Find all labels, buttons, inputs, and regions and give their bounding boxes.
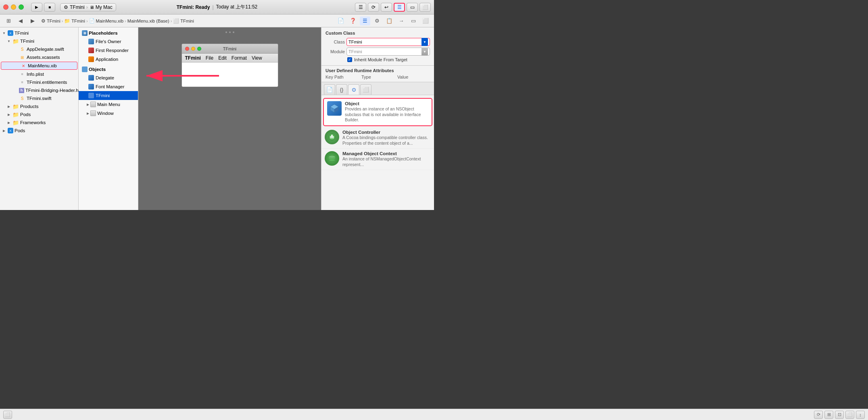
lib-item-object[interactable]: Object Provides an instance of an NSObje… xyxy=(323,98,432,126)
titlebar-right-buttons: ☰ ⟳ ↩ ☰ ▭ ⬜ xyxy=(355,3,431,12)
dot-3 xyxy=(233,31,234,33)
disclosure-pods1: ▶ xyxy=(6,112,11,117)
new-file-button[interactable]: 📄 xyxy=(336,17,346,25)
tab-file-template[interactable]: 📄 xyxy=(324,84,335,95)
structure-button[interactable]: ☰ xyxy=(394,3,405,12)
tree-item-mainmenu[interactable]: ✕ MainMenu.xib xyxy=(1,62,77,70)
tree-item-pods1[interactable]: ▶ 📁 Pods xyxy=(0,110,78,119)
tree-label-tfminiswift: TFmini.swift xyxy=(27,96,51,101)
bc-item-3[interactable]: MainMenu.xib xyxy=(96,19,123,23)
back-forward-button[interactable]: ↩ xyxy=(381,3,392,12)
list-item-tfmini-obj[interactable]: TFmini xyxy=(79,91,138,100)
menu-format[interactable]: Format xyxy=(232,55,247,61)
mainmenu-obj-icon xyxy=(90,102,96,107)
bc-item-2[interactable]: TFmini xyxy=(71,19,85,23)
folder-icon: 📁 xyxy=(13,38,19,44)
help-button[interactable]: ❓ xyxy=(348,17,358,25)
udra-section: User Defined Runtime Attributes Key Path… xyxy=(321,66,434,82)
lib-item-object-controller[interactable]: Object Controller A Cocoa bindings-compa… xyxy=(321,127,434,149)
filesowner-icon xyxy=(88,39,94,44)
tree-item-pods2[interactable]: ▶ X Pods xyxy=(0,127,78,135)
right-panel: Custom Class Class TFmini ▼ Module TFmin… xyxy=(321,27,434,210)
udra-keypath-label: Key Path xyxy=(326,75,344,79)
tree-label-bridging: TFmini-Bridging-Header.h xyxy=(25,88,78,93)
bindings-inspector[interactable]: → xyxy=(396,17,407,25)
tree-item-bridging[interactable]: h TFmini-Bridging-Header.h xyxy=(0,86,78,94)
file-tree: ▼ X TFmini ▼ 📁 TFmini S AppDelegate.swif… xyxy=(0,27,78,210)
module-dropdown-arrow[interactable]: ▼ xyxy=(421,48,428,56)
canvas-max xyxy=(197,47,201,51)
scheme-selector[interactable]: ⚙ TFmini › 🖥 My Mac xyxy=(60,3,116,11)
grid-view-button[interactable]: ⊞ xyxy=(3,17,14,25)
minimize-button[interactable] xyxy=(11,4,16,10)
menu-edit[interactable]: Edit xyxy=(218,55,227,61)
bc-item-1[interactable]: TFmini xyxy=(47,19,61,23)
bc-item-5[interactable]: TFmini xyxy=(180,19,194,23)
section-placeholders[interactable]: ⊞ Placeholders xyxy=(79,29,138,37)
tree-item-assets[interactable]: ⊞ Assets.xcassets xyxy=(0,53,78,61)
tree-item-appdelegate[interactable]: S AppDelegate.swift xyxy=(0,45,78,53)
stop-button[interactable]: ■ xyxy=(44,3,55,12)
forward-button[interactable]: ▶ xyxy=(27,17,38,25)
maximize-button[interactable] xyxy=(19,4,24,10)
canvas-dots xyxy=(225,31,234,33)
version-button[interactable]: ⬜ xyxy=(419,3,431,12)
list-item-firstresponder[interactable]: First Responder xyxy=(79,46,138,55)
object-text: Object Provides an instance of an NSObje… xyxy=(345,101,428,123)
inherit-module-label: Inherit Module From Target xyxy=(354,57,407,62)
tree-label-tfmini: TFmini xyxy=(20,39,34,44)
tree-item-frameworks[interactable]: ▶ 📁 Frameworks xyxy=(0,119,78,127)
tree-label: TFmini xyxy=(15,31,29,35)
assistant-button[interactable]: ▭ xyxy=(407,3,418,12)
lib-item-managed-context[interactable]: Managed Object Context An instance of NS… xyxy=(321,149,434,170)
tree-item-infoplist[interactable]: ≡ Info.plist xyxy=(0,70,78,78)
bc-item-4[interactable]: MainMenu.xib (Base) xyxy=(127,19,169,23)
tab-media[interactable]: ⬜ xyxy=(360,84,371,95)
tree-item-root-tfmini[interactable]: ▼ X TFmini xyxy=(0,29,78,37)
udra-col-keypath: Key Path xyxy=(326,75,358,79)
scheme-sep: › xyxy=(86,4,88,10)
list-item-delegate[interactable]: Delegate xyxy=(79,73,138,82)
custom-class-section: Custom Class Class TFmini ▼ Module TFmin… xyxy=(321,27,434,66)
tree-label-assets: Assets.xcassets xyxy=(27,55,60,60)
module-value: TFmini xyxy=(348,49,362,54)
list-item-mainmenu-obj[interactable]: ▶ Main Menu xyxy=(79,100,138,109)
udra-type-label: Type xyxy=(361,75,371,79)
header-icon: h xyxy=(19,88,24,93)
placeholder-section-icon: ⊞ xyxy=(82,30,88,36)
tree-item-entitlements[interactable]: ≡ TFmini.entitlements xyxy=(0,78,78,86)
search-button[interactable]: ⟳ xyxy=(368,3,379,12)
section-objects[interactable]: Objects xyxy=(79,65,138,73)
bc-icon-5: ⬜ xyxy=(173,18,179,24)
size-inspector[interactable]: ⬜ xyxy=(420,17,431,25)
close-button[interactable] xyxy=(3,4,8,10)
list-item-application[interactable]: Application xyxy=(79,55,138,64)
list-item-filesowner[interactable]: File's Owner xyxy=(79,37,138,46)
managed-context-title: Managed Object Context xyxy=(342,151,431,156)
tab-snippet[interactable]: {} xyxy=(336,84,347,95)
view-effects-inspector[interactable]: ▭ xyxy=(408,17,419,25)
module-input[interactable]: TFmini ▼ xyxy=(346,48,430,56)
status-text: TFmini: Ready xyxy=(177,4,210,10)
tab-object[interactable]: ⊙ xyxy=(348,84,359,95)
scheme-icon: 🖥 xyxy=(90,5,94,10)
menu-tfmini[interactable]: TFmini xyxy=(185,55,201,61)
editor-layout-button[interactable]: ☰ xyxy=(355,3,366,12)
back-button[interactable]: ◀ xyxy=(15,17,26,25)
connections-inspector[interactable]: 📋 xyxy=(384,17,394,25)
class-input[interactable]: TFmini ▼ xyxy=(346,38,430,46)
custom-class-title: Custom Class xyxy=(326,31,430,35)
inherit-module-checkbox[interactable]: ✓ xyxy=(347,57,352,62)
play-button[interactable]: ▶ xyxy=(31,3,42,12)
tree-label-infoplist: Info.plist xyxy=(27,72,44,77)
tree-item-tfminiswift[interactable]: S TFmini.swift xyxy=(0,94,78,102)
list-item-window[interactable]: ▶ Window xyxy=(79,109,138,118)
identity-inspector[interactable]: ☰ xyxy=(360,17,370,25)
menu-file[interactable]: File xyxy=(206,55,213,61)
tree-item-tfmini-group[interactable]: ▼ 📁 TFmini xyxy=(0,37,78,45)
tree-item-products[interactable]: ▶ 📁 Products xyxy=(0,102,78,110)
class-dropdown-arrow[interactable]: ▼ xyxy=(421,38,428,46)
attributes-inspector[interactable]: ⚙ xyxy=(372,17,382,25)
list-item-fontmanager[interactable]: Font Manager xyxy=(79,82,138,91)
menu-view[interactable]: View xyxy=(252,55,262,61)
